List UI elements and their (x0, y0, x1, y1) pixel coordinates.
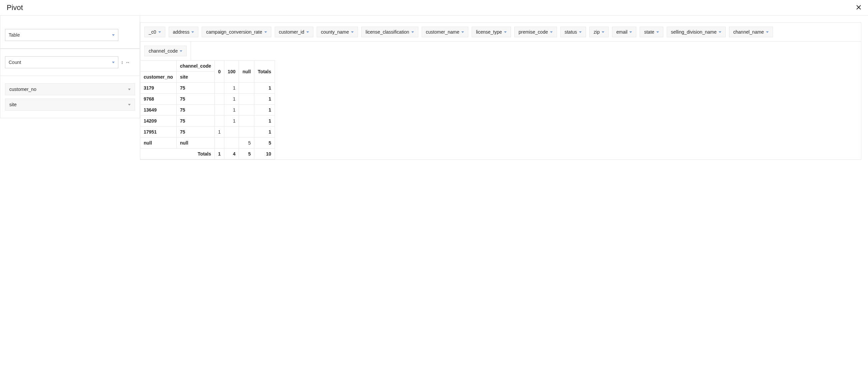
field-chip-channel_code[interactable]: channel_code (144, 46, 187, 56)
swap-controls: ↕ ↔ (121, 60, 130, 65)
pivot-row-total: 1 (254, 127, 275, 138)
pivot-row-key: null (140, 138, 177, 148)
field-chip-_c0[interactable]: _c0 (144, 27, 165, 37)
row-field-label: customer_no (9, 86, 36, 92)
field-chip-selling_division_name[interactable]: selling_division_name (666, 27, 726, 37)
row-field-customer_no[interactable]: customer_no (5, 83, 135, 95)
field-chip-status[interactable]: status (560, 27, 586, 37)
field-chip-label: status (565, 29, 577, 35)
field-chip-email[interactable]: email (612, 27, 636, 37)
pivot-row-key: 14209 (140, 115, 177, 127)
pivot-totals-label: Totals (140, 148, 215, 160)
sort-cols-icon[interactable]: ↔ (125, 60, 130, 65)
pivot-row-key: null (176, 138, 214, 148)
aggregator-select[interactable]: Count (5, 56, 118, 68)
field-chip-label: customer_name (426, 29, 459, 35)
pivot-data-row: 179517511 (140, 127, 275, 138)
row-field-site[interactable]: site (5, 99, 135, 111)
pivot-row-key: 13649 (140, 105, 177, 115)
pivot-row-attr-label: customer_no (140, 72, 177, 82)
pivot-row-key: 75 (176, 94, 214, 105)
close-button[interactable] (856, 5, 861, 11)
caret-down-icon (306, 31, 309, 33)
column-fields-zone[interactable]: channel_code (144, 46, 187, 56)
pivot-cell (215, 138, 224, 148)
caret-down-icon (180, 50, 182, 52)
field-chip-county_name[interactable]: county_name (317, 27, 358, 37)
caret-down-icon (602, 31, 604, 33)
field-chip-label: license_classification (366, 29, 409, 35)
field-chip-address[interactable]: address (169, 27, 199, 37)
field-chip-customer_name[interactable]: customer_name (422, 27, 468, 37)
pivot-cell (224, 138, 239, 148)
field-chip-label: selling_division_name (671, 29, 717, 35)
pivot-table: channel_code0100nullTotalscustomer_nosit… (140, 60, 275, 160)
pivot-grand-total: 10 (254, 148, 275, 160)
pivot-table-container: channel_code0100nullTotalscustomer_nosit… (140, 60, 861, 160)
pivot-row-key: 17951 (140, 127, 177, 138)
pivot-col-attr-label: channel_code (176, 61, 214, 72)
dialog-header: Pivot (0, 0, 868, 16)
caret-down-icon (411, 31, 414, 33)
field-chip-label: channel_name (733, 29, 764, 35)
field-chip-channel_name[interactable]: channel_name (729, 27, 773, 37)
field-chip-campaign_conversion_rate[interactable]: campaign_conversion_rate (202, 27, 271, 37)
field-chip-premise_code[interactable]: premise_code (514, 27, 557, 37)
pivot-cell: 1 (224, 82, 239, 94)
pivot-cell (215, 94, 224, 105)
field-chip-license_classification[interactable]: license_classification (361, 27, 418, 37)
pivot-totals-row: Totals14510 (140, 148, 275, 160)
left-panel: Table Count ↕ ↔ customer_nosite (0, 16, 140, 118)
pivot-data-row: nullnull55 (140, 138, 275, 148)
pivot-row-key: 75 (176, 115, 214, 127)
field-chip-label: state (644, 29, 654, 35)
field-chip-customer_id[interactable]: customer_id (275, 27, 313, 37)
caret-down-icon (158, 31, 161, 33)
field-chip-label: license_type (476, 29, 502, 35)
row-field-label: site (9, 102, 17, 107)
pivot-col-header: 0 (215, 61, 224, 82)
field-chip-license_type[interactable]: license_type (472, 27, 511, 37)
caret-down-icon (128, 104, 131, 106)
renderer-select[interactable]: Table (5, 29, 118, 41)
pivot-row-total: 5 (254, 138, 275, 148)
renderer-select-value: Table (9, 32, 20, 38)
caret-down-icon (766, 31, 769, 33)
field-chip-label: zip (594, 29, 600, 35)
field-chip-label: premise_code (519, 29, 548, 35)
caret-down-icon (579, 31, 582, 33)
close-icon (856, 5, 861, 10)
field-chip-label: channel_code (149, 48, 178, 54)
field-chip-label: _c0 (149, 29, 156, 35)
pivot-cell (215, 82, 224, 94)
pivot-col-total: 4 (224, 148, 239, 160)
pivot-row-key: 3179 (140, 82, 177, 94)
pivot-row-total: 1 (254, 82, 275, 94)
pivot-row-attr-label: site (176, 72, 214, 82)
field-chip-label: county_name (321, 29, 349, 35)
pivot-data-row: 142097511 (140, 115, 275, 127)
field-chip-state[interactable]: state (640, 27, 663, 37)
pivot-row-key: 9768 (140, 94, 177, 105)
caret-down-icon (191, 31, 194, 33)
row-fields-zone[interactable]: customer_nosite (0, 76, 140, 118)
pivot-data-row: 97687511 (140, 94, 275, 105)
pivot-cell (239, 105, 254, 115)
pivot-cell (224, 127, 239, 138)
pivot-row-total: 1 (254, 115, 275, 127)
pivot-cell (239, 82, 254, 94)
field-chip-zip[interactable]: zip (589, 27, 609, 37)
unused-fields-zone[interactable]: _c0addresscampaign_conversion_ratecustom… (140, 23, 861, 42)
pivot-cell (239, 94, 254, 105)
pivot-cell: 1 (224, 115, 239, 127)
pivot-cell (239, 127, 254, 138)
pivot-cell: 5 (239, 138, 254, 148)
pivot-row-total: 1 (254, 105, 275, 115)
aggregator-block: Count ↕ ↔ (0, 48, 140, 76)
pivot-data-row: 31797511 (140, 82, 275, 94)
aggregator-select-value: Count (9, 60, 21, 65)
sort-rows-icon[interactable]: ↕ (121, 60, 123, 65)
pivot-row-total: 1 (254, 94, 275, 105)
pivot-row-key: 75 (176, 82, 214, 94)
caret-down-icon (112, 34, 115, 36)
